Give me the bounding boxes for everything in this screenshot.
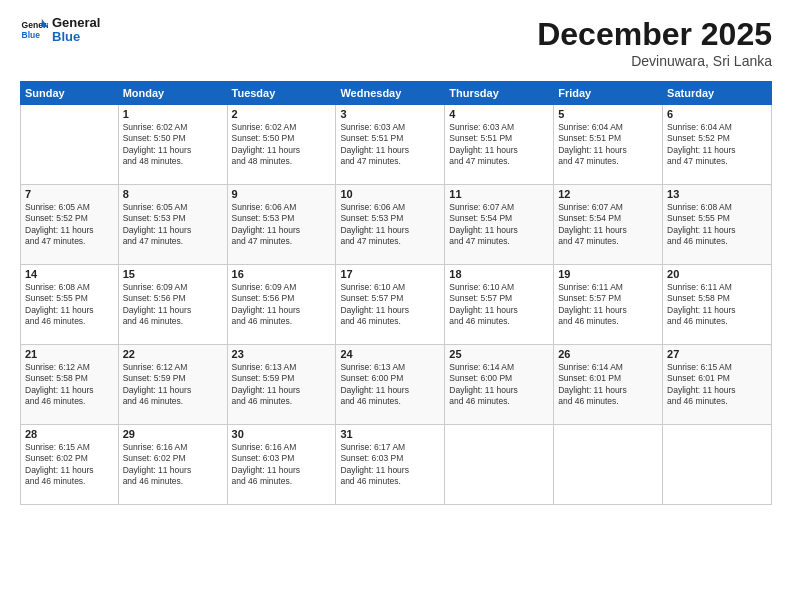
calendar-cell: 13Sunrise: 6:08 AMSunset: 5:55 PMDayligh… <box>663 185 772 265</box>
cell-info: Sunrise: 6:05 AMSunset: 5:52 PMDaylight:… <box>25 202 114 248</box>
month-title: December 2025 <box>537 16 772 53</box>
calendar-cell: 12Sunrise: 6:07 AMSunset: 5:54 PMDayligh… <box>554 185 663 265</box>
calendar-cell: 4Sunrise: 6:03 AMSunset: 5:51 PMDaylight… <box>445 105 554 185</box>
cell-info: Sunrise: 6:04 AMSunset: 5:52 PMDaylight:… <box>667 122 767 168</box>
cell-info: Sunrise: 6:13 AMSunset: 5:59 PMDaylight:… <box>232 362 332 408</box>
day-number: 3 <box>340 108 440 120</box>
cell-info: Sunrise: 6:02 AMSunset: 5:50 PMDaylight:… <box>123 122 223 168</box>
day-number: 23 <box>232 348 332 360</box>
cell-info: Sunrise: 6:14 AMSunset: 6:00 PMDaylight:… <box>449 362 549 408</box>
calendar-cell: 23Sunrise: 6:13 AMSunset: 5:59 PMDayligh… <box>227 345 336 425</box>
logo-icon: General Blue <box>20 16 48 44</box>
cell-info: Sunrise: 6:10 AMSunset: 5:57 PMDaylight:… <box>449 282 549 328</box>
calendar-cell: 31Sunrise: 6:17 AMSunset: 6:03 PMDayligh… <box>336 425 445 505</box>
calendar-cell: 19Sunrise: 6:11 AMSunset: 5:57 PMDayligh… <box>554 265 663 345</box>
calendar-cell: 6Sunrise: 6:04 AMSunset: 5:52 PMDaylight… <box>663 105 772 185</box>
calendar-cell: 20Sunrise: 6:11 AMSunset: 5:58 PMDayligh… <box>663 265 772 345</box>
day-number: 27 <box>667 348 767 360</box>
day-number: 5 <box>558 108 658 120</box>
calendar-cell: 26Sunrise: 6:14 AMSunset: 6:01 PMDayligh… <box>554 345 663 425</box>
day-number: 17 <box>340 268 440 280</box>
calendar-cell: 2Sunrise: 6:02 AMSunset: 5:50 PMDaylight… <box>227 105 336 185</box>
calendar-cell <box>21 105 119 185</box>
cell-info: Sunrise: 6:15 AMSunset: 6:02 PMDaylight:… <box>25 442 114 488</box>
calendar-cell: 21Sunrise: 6:12 AMSunset: 5:58 PMDayligh… <box>21 345 119 425</box>
weekday-header-friday: Friday <box>554 82 663 105</box>
day-number: 28 <box>25 428 114 440</box>
weekday-header-thursday: Thursday <box>445 82 554 105</box>
svg-text:Blue: Blue <box>22 30 41 40</box>
week-row-3: 14Sunrise: 6:08 AMSunset: 5:55 PMDayligh… <box>21 265 772 345</box>
cell-info: Sunrise: 6:16 AMSunset: 6:03 PMDaylight:… <box>232 442 332 488</box>
cell-info: Sunrise: 6:03 AMSunset: 5:51 PMDaylight:… <box>340 122 440 168</box>
calendar-cell: 9Sunrise: 6:06 AMSunset: 5:53 PMDaylight… <box>227 185 336 265</box>
cell-info: Sunrise: 6:02 AMSunset: 5:50 PMDaylight:… <box>232 122 332 168</box>
weekday-header-saturday: Saturday <box>663 82 772 105</box>
weekday-header-sunday: Sunday <box>21 82 119 105</box>
calendar-cell: 30Sunrise: 6:16 AMSunset: 6:03 PMDayligh… <box>227 425 336 505</box>
weekday-header-row: SundayMondayTuesdayWednesdayThursdayFrid… <box>21 82 772 105</box>
cell-info: Sunrise: 6:12 AMSunset: 5:58 PMDaylight:… <box>25 362 114 408</box>
calendar-cell <box>554 425 663 505</box>
cell-info: Sunrise: 6:07 AMSunset: 5:54 PMDaylight:… <box>558 202 658 248</box>
week-row-1: 1Sunrise: 6:02 AMSunset: 5:50 PMDaylight… <box>21 105 772 185</box>
calendar-cell: 27Sunrise: 6:15 AMSunset: 6:01 PMDayligh… <box>663 345 772 425</box>
calendar-cell: 1Sunrise: 6:02 AMSunset: 5:50 PMDaylight… <box>118 105 227 185</box>
location: Devinuwara, Sri Lanka <box>537 53 772 69</box>
cell-info: Sunrise: 6:04 AMSunset: 5:51 PMDaylight:… <box>558 122 658 168</box>
day-number: 19 <box>558 268 658 280</box>
day-number: 24 <box>340 348 440 360</box>
header: General Blue General Blue December 2025 … <box>20 16 772 69</box>
calendar-cell: 17Sunrise: 6:10 AMSunset: 5:57 PMDayligh… <box>336 265 445 345</box>
day-number: 13 <box>667 188 767 200</box>
day-number: 21 <box>25 348 114 360</box>
cell-info: Sunrise: 6:10 AMSunset: 5:57 PMDaylight:… <box>340 282 440 328</box>
day-number: 9 <box>232 188 332 200</box>
day-number: 22 <box>123 348 223 360</box>
day-number: 26 <box>558 348 658 360</box>
calendar-cell: 24Sunrise: 6:13 AMSunset: 6:00 PMDayligh… <box>336 345 445 425</box>
logo: General Blue General Blue <box>20 16 100 45</box>
week-row-5: 28Sunrise: 6:15 AMSunset: 6:02 PMDayligh… <box>21 425 772 505</box>
cell-info: Sunrise: 6:11 AMSunset: 5:58 PMDaylight:… <box>667 282 767 328</box>
cell-info: Sunrise: 6:15 AMSunset: 6:01 PMDaylight:… <box>667 362 767 408</box>
logo-blue: Blue <box>52 30 100 44</box>
day-number: 10 <box>340 188 440 200</box>
cell-info: Sunrise: 6:11 AMSunset: 5:57 PMDaylight:… <box>558 282 658 328</box>
calendar-cell: 16Sunrise: 6:09 AMSunset: 5:56 PMDayligh… <box>227 265 336 345</box>
week-row-2: 7Sunrise: 6:05 AMSunset: 5:52 PMDaylight… <box>21 185 772 265</box>
cell-info: Sunrise: 6:06 AMSunset: 5:53 PMDaylight:… <box>340 202 440 248</box>
calendar-cell: 28Sunrise: 6:15 AMSunset: 6:02 PMDayligh… <box>21 425 119 505</box>
day-number: 18 <box>449 268 549 280</box>
day-number: 25 <box>449 348 549 360</box>
day-number: 20 <box>667 268 767 280</box>
cell-info: Sunrise: 6:08 AMSunset: 5:55 PMDaylight:… <box>667 202 767 248</box>
logo-general: General <box>52 16 100 30</box>
calendar-cell: 14Sunrise: 6:08 AMSunset: 5:55 PMDayligh… <box>21 265 119 345</box>
calendar-cell: 3Sunrise: 6:03 AMSunset: 5:51 PMDaylight… <box>336 105 445 185</box>
cell-info: Sunrise: 6:16 AMSunset: 6:02 PMDaylight:… <box>123 442 223 488</box>
calendar-cell: 18Sunrise: 6:10 AMSunset: 5:57 PMDayligh… <box>445 265 554 345</box>
calendar-cell: 7Sunrise: 6:05 AMSunset: 5:52 PMDaylight… <box>21 185 119 265</box>
cell-info: Sunrise: 6:05 AMSunset: 5:53 PMDaylight:… <box>123 202 223 248</box>
day-number: 31 <box>340 428 440 440</box>
calendar-cell: 29Sunrise: 6:16 AMSunset: 6:02 PMDayligh… <box>118 425 227 505</box>
calendar-cell: 11Sunrise: 6:07 AMSunset: 5:54 PMDayligh… <box>445 185 554 265</box>
day-number: 7 <box>25 188 114 200</box>
day-number: 12 <box>558 188 658 200</box>
calendar-cell: 15Sunrise: 6:09 AMSunset: 5:56 PMDayligh… <box>118 265 227 345</box>
day-number: 6 <box>667 108 767 120</box>
calendar-cell: 5Sunrise: 6:04 AMSunset: 5:51 PMDaylight… <box>554 105 663 185</box>
page: General Blue General Blue December 2025 … <box>0 0 792 612</box>
cell-info: Sunrise: 6:07 AMSunset: 5:54 PMDaylight:… <box>449 202 549 248</box>
day-number: 1 <box>123 108 223 120</box>
cell-info: Sunrise: 6:09 AMSunset: 5:56 PMDaylight:… <box>232 282 332 328</box>
day-number: 4 <box>449 108 549 120</box>
weekday-header-monday: Monday <box>118 82 227 105</box>
calendar-cell: 25Sunrise: 6:14 AMSunset: 6:00 PMDayligh… <box>445 345 554 425</box>
day-number: 2 <box>232 108 332 120</box>
calendar-cell <box>445 425 554 505</box>
calendar-cell: 8Sunrise: 6:05 AMSunset: 5:53 PMDaylight… <box>118 185 227 265</box>
calendar-cell: 22Sunrise: 6:12 AMSunset: 5:59 PMDayligh… <box>118 345 227 425</box>
calendar-table: SundayMondayTuesdayWednesdayThursdayFrid… <box>20 81 772 505</box>
